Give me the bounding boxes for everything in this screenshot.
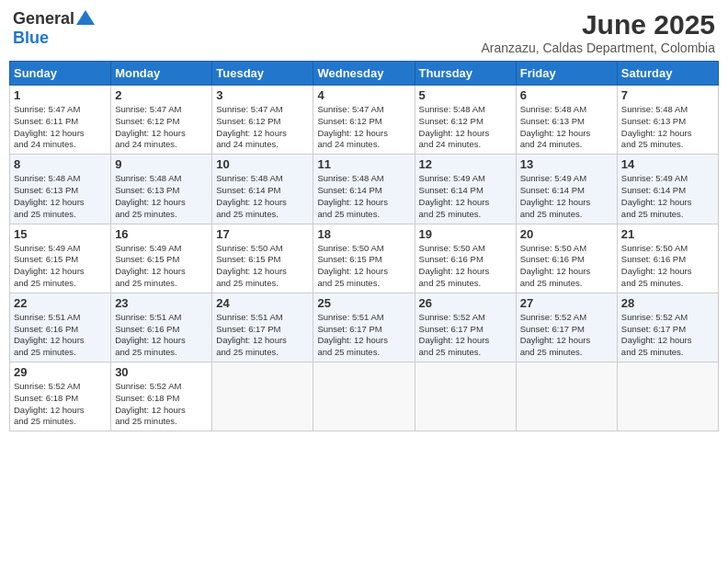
day-number: 16 xyxy=(115,227,208,241)
day-info: Sunrise: 5:51 AM Sunset: 6:16 PM Dayligh… xyxy=(115,312,208,359)
day-info: Sunrise: 5:50 AM Sunset: 6:16 PM Dayligh… xyxy=(621,243,714,290)
calendar-cell: 4Sunrise: 5:47 AM Sunset: 6:12 PM Daylig… xyxy=(313,86,415,155)
calendar-row-5: 29Sunrise: 5:52 AM Sunset: 6:18 PM Dayli… xyxy=(10,362,719,431)
calendar-cell: 2Sunrise: 5:47 AM Sunset: 6:12 PM Daylig… xyxy=(111,86,212,155)
day-info: Sunrise: 5:51 AM Sunset: 6:17 PM Dayligh… xyxy=(216,312,309,359)
day-info: Sunrise: 5:52 AM Sunset: 6:17 PM Dayligh… xyxy=(621,312,714,359)
calendar-cell: 29Sunrise: 5:52 AM Sunset: 6:18 PM Dayli… xyxy=(10,362,111,431)
day-info: Sunrise: 5:50 AM Sunset: 6:15 PM Dayligh… xyxy=(317,243,410,290)
day-info: Sunrise: 5:50 AM Sunset: 6:16 PM Dayligh… xyxy=(520,243,613,290)
calendar-header-row: Sunday Monday Tuesday Wednesday Thursday… xyxy=(10,62,719,86)
header-friday: Friday xyxy=(516,62,617,86)
header: General Blue June 2025 Aranzazu, Caldas … xyxy=(9,9,719,55)
header-tuesday: Tuesday xyxy=(212,62,313,86)
calendar-cell xyxy=(313,362,415,431)
day-number: 2 xyxy=(115,88,208,102)
day-info: Sunrise: 5:52 AM Sunset: 6:17 PM Dayligh… xyxy=(520,312,613,359)
day-info: Sunrise: 5:49 AM Sunset: 6:14 PM Dayligh… xyxy=(621,173,714,220)
day-number: 19 xyxy=(419,227,512,241)
day-info: Sunrise: 5:52 AM Sunset: 6:18 PM Dayligh… xyxy=(115,381,208,428)
calendar-row-2: 8Sunrise: 5:48 AM Sunset: 6:13 PM Daylig… xyxy=(10,155,719,224)
calendar-cell: 24Sunrise: 5:51 AM Sunset: 6:17 PM Dayli… xyxy=(212,293,313,362)
day-info: Sunrise: 5:51 AM Sunset: 6:17 PM Dayligh… xyxy=(317,312,410,359)
day-info: Sunrise: 5:49 AM Sunset: 6:15 PM Dayligh… xyxy=(115,243,208,290)
header-wednesday: Wednesday xyxy=(313,62,415,86)
calendar-cell xyxy=(516,362,617,431)
calendar-cell: 12Sunrise: 5:49 AM Sunset: 6:14 PM Dayli… xyxy=(415,155,516,224)
day-info: Sunrise: 5:50 AM Sunset: 6:16 PM Dayligh… xyxy=(419,243,512,290)
calendar-cell: 15Sunrise: 5:49 AM Sunset: 6:15 PM Dayli… xyxy=(10,224,111,293)
day-info: Sunrise: 5:47 AM Sunset: 6:11 PM Dayligh… xyxy=(14,104,107,151)
day-number: 12 xyxy=(419,157,512,171)
calendar-cell: 5Sunrise: 5:48 AM Sunset: 6:12 PM Daylig… xyxy=(415,86,516,155)
subtitle: Aranzazu, Caldas Department, Colombia xyxy=(482,40,715,55)
header-saturday: Saturday xyxy=(617,62,718,86)
calendar-cell: 27Sunrise: 5:52 AM Sunset: 6:17 PM Dayli… xyxy=(516,293,617,362)
calendar-row-1: 1Sunrise: 5:47 AM Sunset: 6:11 PM Daylig… xyxy=(10,86,719,155)
calendar: Sunday Monday Tuesday Wednesday Thursday… xyxy=(9,61,719,431)
calendar-cell: 17Sunrise: 5:50 AM Sunset: 6:15 PM Dayli… xyxy=(212,224,313,293)
day-info: Sunrise: 5:49 AM Sunset: 6:15 PM Dayligh… xyxy=(14,243,107,290)
day-number: 6 xyxy=(520,88,613,102)
calendar-cell: 14Sunrise: 5:49 AM Sunset: 6:14 PM Dayli… xyxy=(617,155,718,224)
calendar-cell: 1Sunrise: 5:47 AM Sunset: 6:11 PM Daylig… xyxy=(10,86,111,155)
day-number: 21 xyxy=(621,227,714,241)
logo: General Blue xyxy=(13,9,95,48)
calendar-cell: 21Sunrise: 5:50 AM Sunset: 6:16 PM Dayli… xyxy=(617,224,718,293)
day-info: Sunrise: 5:48 AM Sunset: 6:13 PM Dayligh… xyxy=(520,104,613,151)
day-info: Sunrise: 5:48 AM Sunset: 6:14 PM Dayligh… xyxy=(317,173,410,220)
day-info: Sunrise: 5:51 AM Sunset: 6:16 PM Dayligh… xyxy=(14,312,107,359)
month-title: June 2025 xyxy=(482,9,715,40)
day-info: Sunrise: 5:48 AM Sunset: 6:13 PM Dayligh… xyxy=(115,173,208,220)
calendar-cell: 13Sunrise: 5:49 AM Sunset: 6:14 PM Dayli… xyxy=(516,155,617,224)
day-info: Sunrise: 5:49 AM Sunset: 6:14 PM Dayligh… xyxy=(419,173,512,220)
day-number: 18 xyxy=(317,227,410,241)
day-number: 30 xyxy=(115,365,208,379)
day-info: Sunrise: 5:47 AM Sunset: 6:12 PM Dayligh… xyxy=(216,104,309,151)
day-number: 7 xyxy=(621,88,714,102)
calendar-cell: 9Sunrise: 5:48 AM Sunset: 6:13 PM Daylig… xyxy=(111,155,212,224)
title-area: June 2025 Aranzazu, Caldas Department, C… xyxy=(482,9,715,55)
day-number: 1 xyxy=(14,88,107,102)
calendar-row-4: 22Sunrise: 5:51 AM Sunset: 6:16 PM Dayli… xyxy=(10,293,719,362)
day-info: Sunrise: 5:48 AM Sunset: 6:12 PM Dayligh… xyxy=(419,104,512,151)
calendar-cell: 16Sunrise: 5:49 AM Sunset: 6:15 PM Dayli… xyxy=(111,224,212,293)
day-number: 28 xyxy=(621,296,714,310)
calendar-cell: 7Sunrise: 5:48 AM Sunset: 6:13 PM Daylig… xyxy=(617,86,718,155)
calendar-cell: 28Sunrise: 5:52 AM Sunset: 6:17 PM Dayli… xyxy=(617,293,718,362)
day-number: 14 xyxy=(621,157,714,171)
day-info: Sunrise: 5:48 AM Sunset: 6:13 PM Dayligh… xyxy=(621,104,714,151)
day-number: 13 xyxy=(520,157,613,171)
calendar-cell: 26Sunrise: 5:52 AM Sunset: 6:17 PM Dayli… xyxy=(415,293,516,362)
calendar-cell: 11Sunrise: 5:48 AM Sunset: 6:14 PM Dayli… xyxy=(313,155,415,224)
calendar-cell: 6Sunrise: 5:48 AM Sunset: 6:13 PM Daylig… xyxy=(516,86,617,155)
calendar-cell: 30Sunrise: 5:52 AM Sunset: 6:18 PM Dayli… xyxy=(111,362,212,431)
day-number: 20 xyxy=(520,227,613,241)
calendar-cell: 20Sunrise: 5:50 AM Sunset: 6:16 PM Dayli… xyxy=(516,224,617,293)
header-monday: Monday xyxy=(111,62,212,86)
day-number: 27 xyxy=(520,296,613,310)
day-number: 4 xyxy=(317,88,410,102)
day-number: 3 xyxy=(216,88,309,102)
day-info: Sunrise: 5:52 AM Sunset: 6:17 PM Dayligh… xyxy=(419,312,512,359)
day-number: 8 xyxy=(14,157,107,171)
day-number: 15 xyxy=(14,227,107,241)
day-number: 24 xyxy=(216,296,309,310)
calendar-row-3: 15Sunrise: 5:49 AM Sunset: 6:15 PM Dayli… xyxy=(10,224,719,293)
day-info: Sunrise: 5:52 AM Sunset: 6:18 PM Dayligh… xyxy=(14,381,107,428)
day-number: 29 xyxy=(14,365,107,379)
day-number: 11 xyxy=(317,157,410,171)
day-info: Sunrise: 5:50 AM Sunset: 6:15 PM Dayligh… xyxy=(216,243,309,290)
day-info: Sunrise: 5:49 AM Sunset: 6:14 PM Dayligh… xyxy=(520,173,613,220)
day-number: 9 xyxy=(115,157,208,171)
day-info: Sunrise: 5:48 AM Sunset: 6:14 PM Dayligh… xyxy=(216,173,309,220)
day-info: Sunrise: 5:48 AM Sunset: 6:13 PM Dayligh… xyxy=(14,173,107,220)
day-number: 23 xyxy=(115,296,208,310)
header-thursday: Thursday xyxy=(415,62,516,86)
calendar-cell: 18Sunrise: 5:50 AM Sunset: 6:15 PM Dayli… xyxy=(313,224,415,293)
day-number: 25 xyxy=(317,296,410,310)
day-number: 10 xyxy=(216,157,309,171)
header-sunday: Sunday xyxy=(10,62,111,86)
calendar-cell: 10Sunrise: 5:48 AM Sunset: 6:14 PM Dayli… xyxy=(212,155,313,224)
calendar-cell xyxy=(415,362,516,431)
